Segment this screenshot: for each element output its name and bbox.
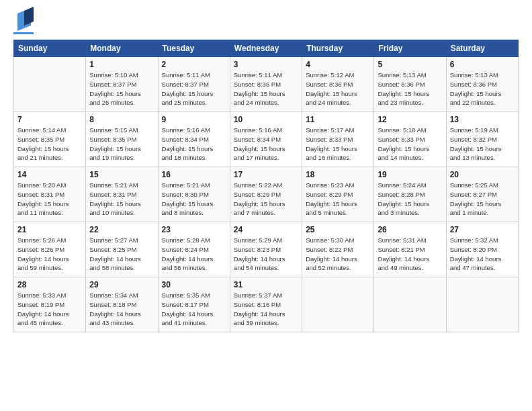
logo-underline: [13, 32, 34, 34]
calendar-cell: 16Sunrise: 5:21 AM Sunset: 8:30 PM Dayli…: [158, 167, 230, 222]
day-number: 9: [162, 115, 226, 124]
day-info: Sunrise: 5:24 AM Sunset: 8:28 PM Dayligh…: [378, 181, 442, 218]
day-number: 10: [234, 115, 298, 124]
calendar-table: SundayMondayTuesdayWednesdayThursdayFrid…: [13, 40, 519, 332]
calendar-cell: 18Sunrise: 5:23 AM Sunset: 8:29 PM Dayli…: [302, 167, 374, 222]
calendar-cell: 14Sunrise: 5:20 AM Sunset: 8:31 PM Dayli…: [14, 167, 86, 222]
calendar-cell: 23Sunrise: 5:28 AM Sunset: 8:24 PM Dayli…: [158, 222, 230, 277]
calendar-cell: 9Sunrise: 5:16 AM Sunset: 8:34 PM Daylig…: [158, 112, 230, 167]
day-number: 19: [378, 170, 442, 179]
calendar-cell: [374, 277, 446, 332]
day-number: 16: [162, 170, 226, 179]
day-number: 20: [450, 170, 515, 179]
calendar-cell: 25Sunrise: 5:30 AM Sunset: 8:22 PM Dayli…: [302, 222, 374, 277]
weekday-header-thursday: Thursday: [302, 40, 374, 57]
day-number: 2: [162, 60, 226, 69]
weekday-header-tuesday: Tuesday: [158, 40, 230, 57]
weekday-header-wednesday: Wednesday: [230, 40, 302, 57]
day-info: Sunrise: 5:31 AM Sunset: 8:21 PM Dayligh…: [378, 236, 442, 273]
day-number: 5: [378, 60, 442, 69]
day-info: Sunrise: 5:19 AM Sunset: 8:32 PM Dayligh…: [450, 126, 515, 163]
day-number: 13: [450, 115, 515, 124]
calendar-cell: 30Sunrise: 5:35 AM Sunset: 8:17 PM Dayli…: [158, 277, 230, 332]
calendar-cell: 3Sunrise: 5:11 AM Sunset: 8:36 PM Daylig…: [230, 57, 302, 112]
day-number: 7: [17, 115, 82, 124]
day-number: 15: [89, 170, 154, 179]
calendar-cell: 2Sunrise: 5:11 AM Sunset: 8:37 PM Daylig…: [158, 57, 230, 112]
day-info: Sunrise: 5:27 AM Sunset: 8:25 PM Dayligh…: [89, 236, 154, 273]
calendar-week-2: 7Sunrise: 5:14 AM Sunset: 8:35 PM Daylig…: [14, 112, 519, 167]
day-info: Sunrise: 5:16 AM Sunset: 8:34 PM Dayligh…: [234, 126, 298, 163]
day-info: Sunrise: 5:37 AM Sunset: 8:16 PM Dayligh…: [234, 291, 298, 328]
calendar-cell: 7Sunrise: 5:14 AM Sunset: 8:35 PM Daylig…: [14, 112, 86, 167]
day-number: 31: [234, 280, 298, 289]
calendar-cell: 10Sunrise: 5:16 AM Sunset: 8:34 PM Dayli…: [230, 112, 302, 167]
logo-icon: [15, 7, 34, 31]
calendar-cell: 28Sunrise: 5:33 AM Sunset: 8:19 PM Dayli…: [14, 277, 86, 332]
calendar-cell: 17Sunrise: 5:22 AM Sunset: 8:29 PM Dayli…: [230, 167, 302, 222]
day-info: Sunrise: 5:34 AM Sunset: 8:18 PM Dayligh…: [89, 291, 154, 328]
day-info: Sunrise: 5:15 AM Sunset: 8:35 PM Dayligh…: [89, 126, 154, 163]
day-info: Sunrise: 5:33 AM Sunset: 8:19 PM Dayligh…: [17, 291, 82, 328]
day-number: 11: [306, 115, 370, 124]
day-info: Sunrise: 5:21 AM Sunset: 8:30 PM Dayligh…: [162, 181, 226, 218]
day-info: Sunrise: 5:11 AM Sunset: 8:36 PM Dayligh…: [234, 71, 298, 107]
day-info: Sunrise: 5:35 AM Sunset: 8:17 PM Dayligh…: [162, 291, 226, 328]
day-number: 3: [234, 60, 298, 69]
calendar-cell: 21Sunrise: 5:26 AM Sunset: 8:26 PM Dayli…: [14, 222, 86, 277]
day-number: 21: [17, 225, 82, 234]
calendar-cell: 26Sunrise: 5:31 AM Sunset: 8:21 PM Dayli…: [374, 222, 446, 277]
day-number: 26: [378, 225, 442, 234]
calendar-cell: 8Sunrise: 5:15 AM Sunset: 8:35 PM Daylig…: [86, 112, 158, 167]
day-info: Sunrise: 5:26 AM Sunset: 8:26 PM Dayligh…: [17, 236, 82, 273]
calendar-cell: 22Sunrise: 5:27 AM Sunset: 8:25 PM Dayli…: [86, 222, 158, 277]
day-info: Sunrise: 5:11 AM Sunset: 8:37 PM Dayligh…: [162, 71, 226, 107]
calendar-week-5: 28Sunrise: 5:33 AM Sunset: 8:19 PM Dayli…: [14, 277, 519, 332]
calendar-week-3: 14Sunrise: 5:20 AM Sunset: 8:31 PM Dayli…: [14, 167, 519, 222]
page: SundayMondayTuesdayWednesdayThursdayFrid…: [0, 0, 532, 340]
calendar-cell: 15Sunrise: 5:21 AM Sunset: 8:31 PM Dayli…: [86, 167, 158, 222]
day-number: 28: [17, 280, 82, 289]
calendar-cell: 12Sunrise: 5:18 AM Sunset: 8:33 PM Dayli…: [374, 112, 446, 167]
day-info: Sunrise: 5:32 AM Sunset: 8:20 PM Dayligh…: [450, 236, 515, 273]
day-number: 24: [234, 225, 298, 234]
weekday-header-row: SundayMondayTuesdayWednesdayThursdayFrid…: [14, 40, 519, 57]
calendar-cell: 20Sunrise: 5:25 AM Sunset: 8:27 PM Dayli…: [446, 167, 518, 222]
day-number: 4: [306, 60, 370, 69]
day-number: 30: [162, 280, 226, 289]
day-info: Sunrise: 5:17 AM Sunset: 8:33 PM Dayligh…: [306, 126, 370, 163]
day-info: Sunrise: 5:25 AM Sunset: 8:27 PM Dayligh…: [450, 181, 515, 218]
calendar-cell: 29Sunrise: 5:34 AM Sunset: 8:18 PM Dayli…: [86, 277, 158, 332]
day-info: Sunrise: 5:21 AM Sunset: 8:31 PM Dayligh…: [89, 181, 154, 218]
day-number: 29: [89, 280, 154, 289]
day-info: Sunrise: 5:23 AM Sunset: 8:29 PM Dayligh…: [306, 181, 370, 218]
calendar-cell: 5Sunrise: 5:13 AM Sunset: 8:36 PM Daylig…: [374, 57, 446, 112]
day-number: 18: [306, 170, 370, 179]
day-number: 25: [306, 225, 370, 234]
day-info: Sunrise: 5:22 AM Sunset: 8:29 PM Dayligh…: [234, 181, 298, 218]
day-number: 6: [450, 60, 515, 69]
day-info: Sunrise: 5:29 AM Sunset: 8:23 PM Dayligh…: [234, 236, 298, 273]
day-info: Sunrise: 5:13 AM Sunset: 8:36 PM Dayligh…: [450, 71, 515, 107]
calendar-cell: 6Sunrise: 5:13 AM Sunset: 8:36 PM Daylig…: [446, 57, 518, 112]
calendar-cell: 19Sunrise: 5:24 AM Sunset: 8:28 PM Dayli…: [374, 167, 446, 222]
calendar-week-4: 21Sunrise: 5:26 AM Sunset: 8:26 PM Dayli…: [14, 222, 519, 277]
calendar-cell: [14, 57, 86, 112]
day-number: 22: [89, 225, 154, 234]
calendar-cell: [446, 277, 518, 332]
day-info: Sunrise: 5:16 AM Sunset: 8:34 PM Dayligh…: [162, 126, 226, 163]
day-number: 12: [378, 115, 442, 124]
day-number: 8: [89, 115, 154, 124]
day-number: 17: [234, 170, 298, 179]
logo: [13, 12, 34, 34]
weekday-header-friday: Friday: [374, 40, 446, 57]
day-info: Sunrise: 5:30 AM Sunset: 8:22 PM Dayligh…: [306, 236, 370, 273]
calendar-cell: 1Sunrise: 5:10 AM Sunset: 8:37 PM Daylig…: [86, 57, 158, 112]
day-number: 27: [450, 225, 515, 234]
day-info: Sunrise: 5:28 AM Sunset: 8:24 PM Dayligh…: [162, 236, 226, 273]
calendar-cell: 11Sunrise: 5:17 AM Sunset: 8:33 PM Dayli…: [302, 112, 374, 167]
day-info: Sunrise: 5:14 AM Sunset: 8:35 PM Dayligh…: [17, 126, 82, 163]
day-number: 14: [17, 170, 82, 179]
calendar-cell: 4Sunrise: 5:12 AM Sunset: 8:36 PM Daylig…: [302, 57, 374, 112]
calendar-week-1: 1Sunrise: 5:10 AM Sunset: 8:37 PM Daylig…: [14, 57, 519, 112]
